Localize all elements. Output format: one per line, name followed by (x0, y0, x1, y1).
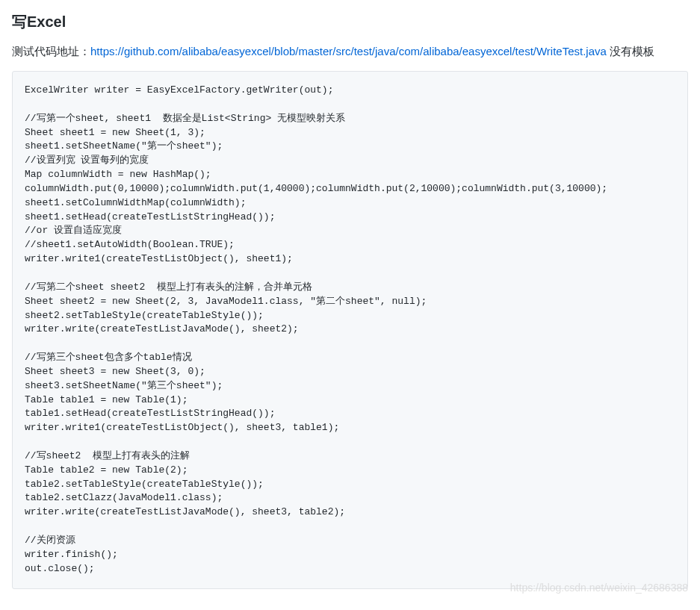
intro-prefix: 测试代码地址： (12, 45, 90, 57)
test-code-link[interactable]: https://github.com/alibaba/easyexcel/blo… (90, 45, 607, 57)
section-heading: 写Excel (12, 12, 688, 32)
intro-paragraph: 测试代码地址：https://github.com/alibaba/easyex… (12, 43, 688, 60)
code-block: ExcelWriter writer = EasyExcelFactory.ge… (12, 71, 688, 589)
intro-suffix: 没有模板 (607, 45, 654, 57)
